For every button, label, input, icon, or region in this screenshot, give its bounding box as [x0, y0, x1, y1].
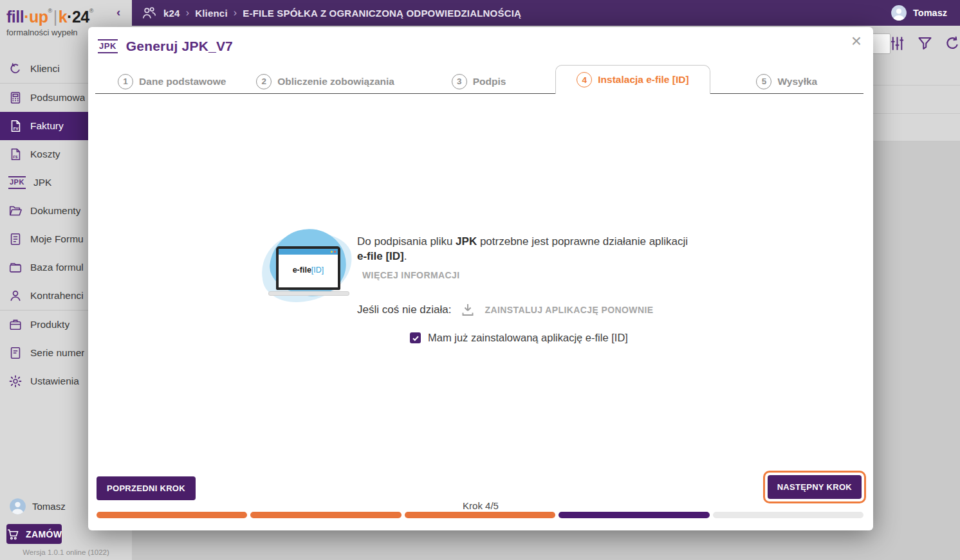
sidebar-item-label: Serie numer [30, 347, 84, 359]
not-working-label: Jeśli coś nie działa: [357, 303, 451, 316]
window-dot [331, 251, 333, 253]
sidebar-item-label: Moje Formu [30, 233, 84, 245]
costs-document-icon: F$ [8, 147, 23, 161]
refresh-icon[interactable] [944, 35, 960, 52]
sidebar-item-label: Dokumenty [30, 205, 80, 217]
gear-icon [8, 374, 23, 388]
modal-title: Generuj JPK_V7 [126, 39, 233, 54]
checkbox-checked[interactable] [410, 332, 421, 343]
step-label: Obliczenie zobowiązania [277, 76, 394, 87]
breadcrumb-section[interactable]: Klienci [195, 8, 228, 19]
order-button-label: ZAMÓW [26, 529, 62, 539]
check-icon [412, 334, 420, 342]
generate-jpk-modal: JPK Generuj JPK_V7 × 1 Dane podstawowe 2… [88, 27, 873, 530]
numbering-document-icon [8, 346, 23, 360]
wizard-steps: 1 Dane podstawowe 2 Obliczenie zobowiąza… [95, 69, 863, 94]
progress-segment [250, 512, 401, 518]
breadcrumb-separator: › [234, 7, 237, 19]
sidebar-user-name: Tomasz [32, 501, 66, 512]
breadcrumb-entity[interactable]: E-FILE SPÓŁKA Z OGRANICZONĄ ODPOWIEDZIAL… [243, 8, 521, 19]
sidebar-item-label: Faktury [30, 120, 64, 132]
order-button[interactable]: ZAMÓW [6, 524, 62, 544]
tab-step-1-dane-podstawowe[interactable]: 1 Dane podstawowe [95, 69, 248, 94]
calculator-icon [8, 91, 23, 105]
folder-icon [8, 260, 23, 275]
step-label: Podpis [473, 76, 506, 87]
reinstall-link[interactable]: ZAINSTALUJ APLIKACJĘ PONOWNIE [485, 305, 653, 315]
filter-funnel-icon[interactable] [916, 35, 934, 52]
id-brand: [ID] [311, 266, 324, 275]
laptop-screen-text: e-file[ID] [279, 255, 338, 285]
wizard-progress-bar [97, 512, 863, 518]
svg-text:FV: FV [14, 127, 19, 131]
open-folder-icon [8, 204, 23, 218]
more-info-link[interactable]: WIĘCEJ INFORMACJI [362, 270, 459, 280]
tab-step-2-obliczenie-zobowiazania[interactable]: 2 Obliczenie zobowiązania [248, 69, 402, 94]
progress-segment [713, 512, 863, 518]
step-label: Wysyłka [777, 76, 817, 87]
breadcrumb: k24 › Klienci › E-FILE SPÓŁKA Z OGRANICZ… [163, 7, 521, 19]
step-number: 5 [756, 74, 771, 89]
user-avatar-icon [9, 498, 26, 515]
progress-segment [558, 512, 709, 518]
cart-icon [6, 528, 19, 541]
step-number: 1 [118, 74, 133, 89]
progress-segment [405, 512, 555, 518]
breadcrumb-separator: › [186, 7, 190, 19]
jpk-icon: JPK [8, 176, 26, 188]
person-icon [8, 289, 23, 303]
jpk-icon: JPK [98, 39, 118, 53]
progress-segment [97, 512, 247, 518]
step-number: 3 [452, 74, 467, 89]
sidebar-item-label: Podsumowa [30, 92, 85, 104]
e-file-laptop-illustration: e-file[ID] [265, 229, 353, 302]
sidebar-item-label: Klienci [30, 63, 60, 75]
form-document-icon [8, 232, 23, 246]
briefcase-icon [8, 318, 23, 332]
clients-group-icon [141, 5, 157, 21]
list-toolbar [889, 35, 960, 52]
step-indicator: Krok 4/5 [88, 500, 873, 511]
already-installed-checkbox-row[interactable]: Mam już zainstalowaną aplikację e-file [… [410, 332, 628, 344]
next-step-button[interactable]: NASTĘPNY KROK [768, 475, 862, 499]
tab-step-3-podpis[interactable]: 3 Podpis [402, 69, 555, 94]
step-label: Instalacja e-file [ID] [598, 74, 688, 86]
window-dot [334, 251, 336, 253]
svg-text:F$: F$ [13, 155, 18, 159]
download-icon[interactable] [460, 302, 475, 318]
e-file-brand: e-file [293, 266, 311, 275]
version-label: Wersja 1.0.1 online (1022) [0, 544, 132, 560]
sidebar-item-label: Kontrahenci [30, 290, 84, 302]
sidebar-collapse-icon[interactable]: ‹ [116, 5, 120, 19]
step-label: Dane podstawowe [139, 76, 226, 87]
modal-header: JPK Generuj JPK_V7 [98, 39, 233, 54]
app-screen: k24 › Klienci › E-FILE SPÓŁKA Z OGRANICZ… [0, 0, 960, 560]
close-icon[interactable]: × [851, 32, 862, 50]
checkbox-label: Mam już zainstalowaną aplikację e-file [… [428, 332, 628, 344]
invoice-document-icon: FV [8, 119, 23, 133]
laptop-base [268, 291, 349, 296]
tab-step-4-instalacja-e-file[interactable]: 4 Instalacja e-file [ID] [555, 65, 710, 94]
step-number: 4 [577, 72, 592, 87]
sidebar-item-label: Baza formul [30, 262, 84, 273]
rotate-arrow-icon [8, 62, 23, 76]
sidebar-item-label: JPK [33, 177, 51, 188]
laptop-graphic: e-file[ID] [276, 246, 340, 290]
topbar-user-name: Tomasz [913, 8, 947, 18]
laptop-browser-bar [279, 249, 338, 255]
next-step-highlight-ring: NASTĘPNY KROK [763, 471, 866, 503]
install-instruction-text: Do podpisania pliku JPK potrzebne jest p… [357, 234, 689, 264]
previous-step-button[interactable]: POPRZEDNI KROK [97, 476, 196, 500]
topbar-user[interactable]: Tomasz [891, 5, 947, 21]
reinstall-row: Jeśli coś nie działa: ZAINSTALUJ APLIKAC… [357, 302, 654, 318]
sliders-icon[interactable] [889, 35, 906, 52]
sidebar-item-label: Koszty [30, 149, 60, 160]
logo-text: fill·up®|k·24® [6, 8, 132, 26]
user-avatar-icon [891, 5, 907, 21]
sidebar-item-label: Produkty [30, 319, 69, 330]
sidebar-item-label: Ustawienia [30, 375, 79, 387]
top-bar: k24 › Klienci › E-FILE SPÓŁKA Z OGRANICZ… [132, 0, 960, 26]
breadcrumb-root[interactable]: k24 [163, 8, 180, 19]
tab-step-5-wysylka[interactable]: 5 Wysyłka [710, 69, 863, 94]
step-number: 2 [256, 74, 272, 89]
